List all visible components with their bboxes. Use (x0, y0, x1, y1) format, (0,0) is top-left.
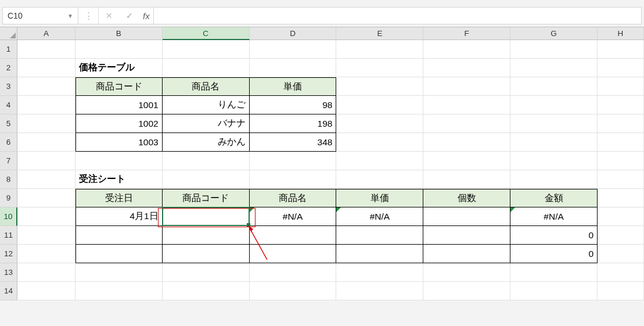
chevron-down-icon[interactable]: ▼ (67, 13, 73, 19)
cell[interactable] (598, 40, 644, 59)
row-header[interactable]: 12 (0, 245, 17, 263)
cell[interactable] (336, 96, 423, 114)
col-header-a[interactable]: A (17, 27, 75, 40)
cell[interactable] (17, 263, 75, 282)
cell[interactable] (336, 77, 423, 96)
cell[interactable] (336, 59, 423, 77)
table-row[interactable]: 1003 (75, 133, 163, 152)
cell[interactable] (510, 96, 598, 114)
cell[interactable] (75, 152, 163, 170)
price-table-title[interactable]: 価格テーブル (75, 59, 163, 77)
row-header[interactable]: 5 (0, 114, 17, 133)
table-row[interactable]: 0 (510, 245, 598, 263)
cell[interactable] (17, 77, 75, 96)
cell[interactable] (250, 170, 337, 189)
cell[interactable] (336, 263, 423, 282)
order-header-code[interactable]: 商品コード (163, 189, 250, 207)
row-header[interactable]: 9 (0, 189, 17, 207)
row-header[interactable]: 10 (0, 207, 17, 226)
cell[interactable] (17, 245, 75, 263)
row-header[interactable]: 4 (0, 96, 17, 114)
order-header-name[interactable]: 商品名 (250, 189, 337, 207)
cell[interactable] (17, 152, 75, 170)
table-row[interactable] (75, 245, 163, 263)
cell[interactable] (75, 40, 163, 59)
col-header-e[interactable]: E (336, 27, 423, 40)
price-header-unit[interactable]: 単価 (250, 77, 337, 96)
cell[interactable] (75, 263, 163, 282)
row-header[interactable]: 8 (0, 170, 17, 189)
cell[interactable] (163, 152, 250, 170)
table-row[interactable] (336, 226, 423, 245)
cell[interactable] (423, 133, 510, 152)
table-row[interactable]: バナナ (163, 114, 250, 133)
table-row[interactable]: 348 (250, 133, 337, 152)
cell[interactable] (17, 189, 75, 207)
cell[interactable] (423, 59, 510, 77)
col-header-b[interactable]: B (75, 27, 163, 40)
table-row[interactable]: みかん (163, 133, 250, 152)
cell[interactable] (598, 189, 644, 207)
table-row[interactable]: 98 (250, 96, 337, 114)
cell[interactable] (423, 77, 510, 96)
cell[interactable] (17, 96, 75, 114)
row-header[interactable]: 7 (0, 152, 17, 170)
cell[interactable] (17, 282, 75, 300)
cell[interactable] (423, 170, 510, 189)
cell[interactable] (598, 207, 644, 226)
cell[interactable] (423, 96, 510, 114)
row-header[interactable]: 6 (0, 133, 17, 152)
table-row[interactable]: #N/A (510, 207, 598, 226)
cell[interactable] (250, 59, 337, 77)
col-header-g[interactable]: G (510, 27, 598, 40)
cell[interactable] (598, 152, 644, 170)
row-header[interactable]: 13 (0, 263, 17, 282)
cell[interactable] (423, 152, 510, 170)
cell[interactable] (423, 114, 510, 133)
cell[interactable] (510, 282, 598, 300)
cell[interactable] (163, 282, 250, 300)
cell[interactable] (423, 40, 510, 59)
cell[interactable] (336, 152, 423, 170)
cell[interactable] (17, 226, 75, 245)
cell[interactable] (510, 59, 598, 77)
col-header-f[interactable]: F (423, 27, 510, 40)
cell[interactable] (163, 59, 250, 77)
cell[interactable] (598, 77, 644, 96)
cell[interactable] (598, 245, 644, 263)
table-row[interactable] (163, 245, 250, 263)
cell[interactable] (17, 133, 75, 152)
cell[interactable] (510, 40, 598, 59)
cell[interactable] (17, 59, 75, 77)
order-header-unit[interactable]: 単価 (336, 189, 423, 207)
order-sheet-title[interactable]: 受注シート (75, 170, 163, 189)
table-row[interactable] (423, 226, 510, 245)
cell[interactable] (598, 282, 644, 300)
cell[interactable] (17, 40, 75, 59)
cell[interactable] (336, 40, 423, 59)
table-row[interactable] (75, 226, 163, 245)
order-header-date[interactable]: 受注日 (75, 189, 163, 207)
formula-input[interactable] (154, 8, 641, 24)
cell[interactable] (250, 40, 337, 59)
cell[interactable] (336, 133, 423, 152)
cell[interactable] (336, 170, 423, 189)
select-all-corner[interactable] (0, 27, 17, 40)
cell[interactable] (17, 207, 75, 226)
table-row[interactable]: 1002 (75, 114, 163, 133)
cell[interactable] (510, 263, 598, 282)
cell[interactable] (336, 114, 423, 133)
cell[interactable] (163, 170, 250, 189)
table-row[interactable]: りんご (163, 96, 250, 114)
selected-cell[interactable] (163, 207, 250, 226)
cell[interactable] (510, 114, 598, 133)
row-header[interactable]: 2 (0, 59, 17, 77)
cell[interactable] (17, 170, 75, 189)
cell[interactable] (598, 226, 644, 245)
cell[interactable] (163, 40, 250, 59)
cell[interactable] (510, 152, 598, 170)
name-box[interactable]: C10 ▼ (3, 8, 78, 24)
cell[interactable] (510, 170, 598, 189)
cell[interactable] (598, 263, 644, 282)
cell[interactable] (17, 114, 75, 133)
